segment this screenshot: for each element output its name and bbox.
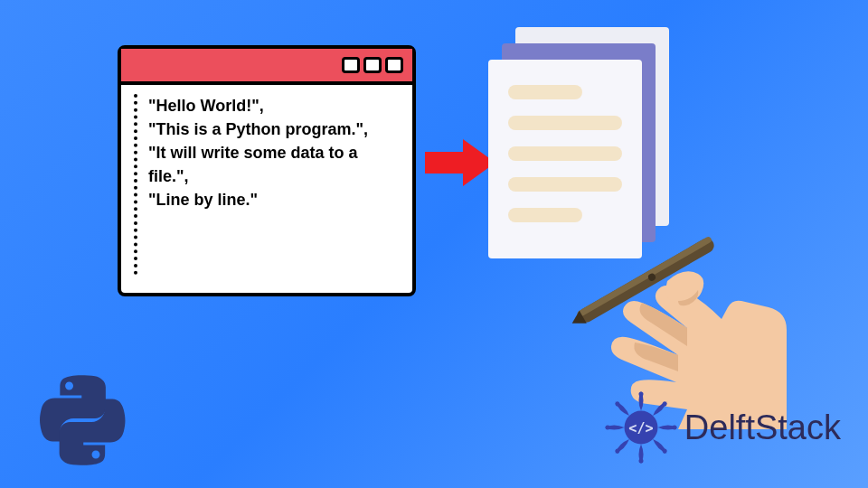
svg-point-5 — [638, 392, 643, 397]
margin-dots — [134, 94, 137, 275]
window-button-min-icon — [342, 57, 360, 73]
code-line: "It will write some data to a file.", — [148, 141, 400, 188]
svg-text:</>: </> — [628, 420, 653, 436]
code-content: "Hello World!", "This is a Python progra… — [148, 94, 400, 211]
text-line-icon — [508, 146, 622, 161]
brand: </> DelftStack — [603, 389, 841, 465]
code-line: "Line by line." — [148, 188, 400, 211]
text-line-icon — [508, 116, 622, 130]
code-window: "Hello World!", "This is a Python progra… — [118, 45, 416, 296]
text-line-icon — [508, 177, 622, 192]
python-logo-icon — [36, 375, 127, 465]
brand-name: DelftStack — [684, 408, 841, 447]
titlebar — [121, 49, 412, 85]
text-line-icon — [508, 85, 582, 99]
window-button-max-icon — [363, 57, 382, 73]
code-line: "This is a Python program.", — [148, 117, 400, 141]
brand-badge-icon: </> — [603, 389, 679, 465]
code-body: "Hello World!", "This is a Python progra… — [121, 85, 412, 293]
window-buttons — [342, 57, 403, 73]
window-button-close-icon — [385, 57, 403, 73]
code-line: "Hello World!", — [148, 94, 400, 117]
arrow-right-icon — [425, 136, 497, 190]
